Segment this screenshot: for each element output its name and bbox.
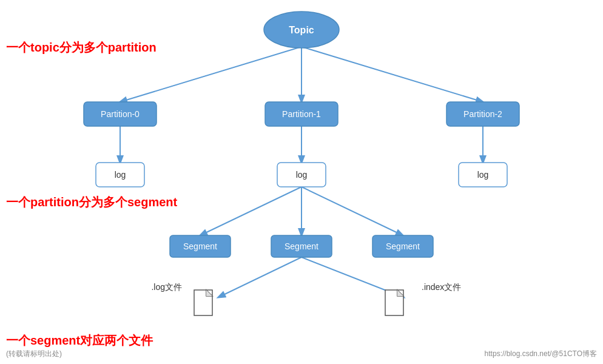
log-file-label: .log文件 — [151, 282, 182, 292]
annotation-label3: 一个segment对应两个文件 — [6, 332, 153, 349]
partition0-label: Partition-0 — [101, 109, 140, 119]
partition1-label: Partition-1 — [282, 109, 321, 119]
watermark-left: (转载请标明出处) — [6, 349, 62, 359]
segment2-label: Segment — [386, 241, 420, 251]
log1-label: log — [296, 170, 308, 180]
segment0-label: Segment — [183, 241, 217, 251]
arrow-log1-seg0 — [200, 187, 302, 235]
index-file-icon — [385, 290, 403, 315]
arrow-seg1-logfile — [218, 257, 302, 297]
arrow-log1-seg2 — [302, 187, 403, 235]
log-file-icon — [194, 290, 212, 315]
watermark-right: https://blog.csdn.net/@51CTO博客 — [485, 349, 597, 359]
topic-label: Topic — [289, 25, 314, 35]
log2-label: log — [477, 170, 489, 180]
annotation-label2: 一个partition分为多个segment — [6, 194, 177, 211]
segment1-label: Segment — [285, 241, 318, 251]
partition2-label: Partition-2 — [463, 109, 502, 119]
annotation-label1: 一个topic分为多个partition — [6, 39, 157, 56]
diagram-container: Topic Partition-0 Partition-1 Partition-… — [0, 0, 603, 364]
arrow-topic-p2 — [302, 47, 483, 102]
index-file-label: .index文件 — [422, 282, 461, 292]
log0-label: log — [115, 170, 126, 180]
